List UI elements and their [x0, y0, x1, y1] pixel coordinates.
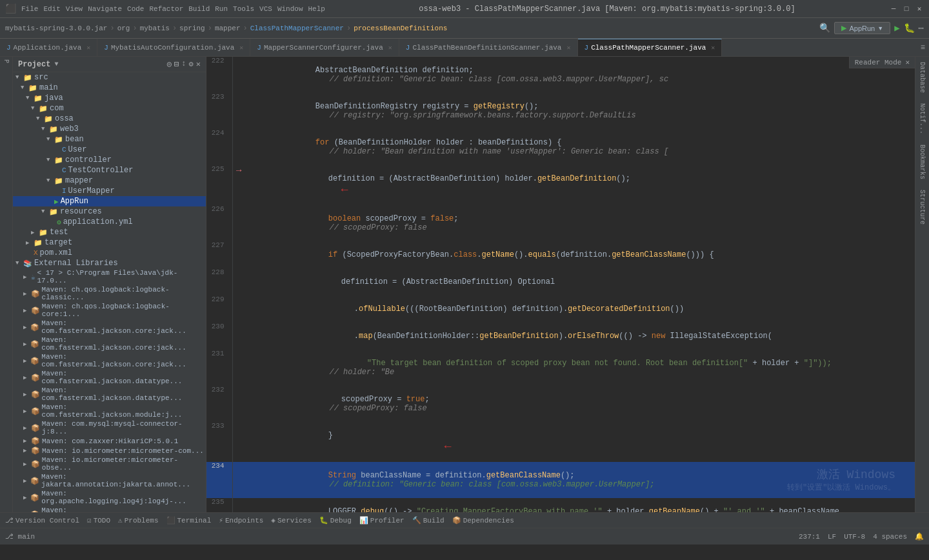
tab-close-classpath-bean[interactable]: ✕: [566, 44, 570, 52]
line-content[interactable]: boolean scopedProxy = false; // scopedPr…: [245, 205, 915, 241]
line-content[interactable]: for (BeanDefinitionHolder holder : beanD…: [245, 129, 915, 165]
menu-file[interactable]: File: [21, 5, 38, 13]
tree-external-libs[interactable]: ▼ 📚 External Libraries: [13, 258, 206, 268]
bottom-terminal[interactable]: ⬛ Terminal: [166, 516, 212, 525]
menu-refactor[interactable]: Refactor: [149, 5, 183, 13]
menu-navigate[interactable]: Navigate: [88, 5, 122, 13]
line-content[interactable]: AbstractBeanDefinition definition; // de…: [245, 57, 915, 93]
notifications-icon[interactable]: Notif...: [917, 101, 927, 137]
status-line-ending[interactable]: LF: [828, 533, 836, 541]
line-content[interactable]: definition = (AbstractBeanDefinition) Op…: [245, 268, 915, 295]
tree-resources[interactable]: ▼ 📁 resources: [13, 206, 206, 217]
menu-run[interactable]: Run: [215, 5, 228, 13]
tree-logback-core[interactable]: ▶ 📦 Maven: ch.qos.logback:logback-core:1…: [13, 302, 206, 319]
tree-test[interactable]: ▶ 📁 test: [13, 227, 206, 237]
tree-jackson-dt2[interactable]: ▶ 📦 Maven: com.fasterxml.jackson.datatyp…: [13, 386, 206, 403]
bottom-services[interactable]: ◈ Services: [271, 516, 311, 525]
tree-log4j1[interactable]: ▶ 📦 Maven: org.apache.logging.log4j:log4…: [13, 489, 206, 506]
line-content[interactable]: } ←: [245, 422, 915, 462]
tab-classpath-mapper-active[interactable]: J ClassPathMapperScanner.java ✕: [578, 39, 723, 56]
tree-web3[interactable]: ▼ 📁 web3: [13, 124, 206, 134]
bottom-build[interactable]: 🔨 Build: [412, 516, 445, 525]
menu-help[interactable]: Help: [308, 5, 325, 13]
tab-close-classpath-mapper[interactable]: ✕: [711, 44, 715, 52]
project-icon[interactable]: P: [3, 59, 10, 63]
code-scroll[interactable]: 222 AbstractBeanDefinition definition; /…: [206, 57, 915, 512]
tab-close-mybatis-auto[interactable]: ✕: [239, 44, 243, 52]
tree-mapper[interactable]: ▼ 📁 mapper: [13, 175, 206, 186]
search-everywhere-icon[interactable]: 🔍: [819, 23, 830, 34]
maximize-button[interactable]: □: [902, 5, 911, 14]
menu-view[interactable]: View: [66, 5, 83, 13]
bottom-endpoints[interactable]: ⚡ Endpoints: [219, 516, 263, 525]
run-config-dropdown-icon[interactable]: ▼: [877, 25, 883, 32]
tree-jackson3[interactable]: ▶ 📦 Maven: com.fasterxml.jackson.core:ja…: [13, 352, 206, 369]
tree-controller[interactable]: ▼ 📁 controller: [13, 155, 206, 165]
tree-jdk[interactable]: ▶ ☕ < 17 > C:\Program Files\Java\jdk-17.…: [13, 268, 206, 285]
debug-button[interactable]: 🐛: [904, 23, 915, 34]
sidebar-settings-icon[interactable]: ⚙: [189, 59, 194, 69]
line-content[interactable]: BeanDefinitionRegistry registry = getReg…: [245, 93, 915, 129]
sidebar-close-icon[interactable]: ✕: [196, 59, 201, 69]
menu-build[interactable]: Build: [188, 5, 210, 13]
close-button[interactable]: ✕: [915, 5, 924, 14]
status-notifications[interactable]: 🔔: [915, 532, 924, 541]
tabs-more-icon[interactable]: ≡: [921, 43, 925, 52]
tree-target[interactable]: ▶ 📁 target: [13, 237, 206, 248]
tree-jackson2[interactable]: ▶ 📦 Maven: com.fasterxml.jackson.core:ja…: [13, 335, 206, 352]
run-config-button[interactable]: ▶ processBeanDefinitions AppRun ▼: [834, 22, 890, 34]
tab-mybatis-auto[interactable]: J MybatisAutoConfiguration.java ✕: [97, 39, 250, 56]
tree-bean[interactable]: ▼ 📁 bean: [13, 134, 206, 145]
menu-edit[interactable]: Edit: [43, 5, 60, 13]
database-icon[interactable]: Database: [917, 59, 927, 95]
tree-app-run[interactable]: ▶ AppRun: [13, 196, 206, 206]
tab-close-mapper-scanner[interactable]: ✕: [388, 44, 392, 52]
tree-test-controller[interactable]: C TestController: [13, 165, 206, 175]
menu-code[interactable]: Code: [127, 5, 144, 13]
tree-log4j2[interactable]: ▶ 📦 Maven: org.apache.logging.log4j:log4…: [13, 506, 206, 512]
tree-mysql[interactable]: ▶ 📦 Maven: com.mysql:mysql-connector-j:8…: [13, 419, 206, 436]
tree-app-yml[interactable]: ⚙ application.yml: [13, 217, 206, 227]
tree-com[interactable]: ▼ 📁 com: [13, 103, 206, 114]
minimize-button[interactable]: ─: [889, 5, 898, 14]
bottom-version-control[interactable]: ⎇ Version Control: [5, 516, 79, 525]
reader-mode-label[interactable]: Reader Mode: [855, 59, 902, 66]
line-content[interactable]: scopedProxy = true; // scopedProxy: fals…: [245, 386, 915, 422]
tree-logback-classic[interactable]: ▶ 📦 Maven: ch.qos.logback:logback-classi…: [13, 285, 206, 302]
structure-icon[interactable]: Structure: [917, 187, 927, 227]
tree-micrometer1[interactable]: ▶ 📦 Maven: io.micrometer:micrometer-com.…: [13, 446, 206, 455]
line-content[interactable]: definition = (AbstractBeanDefinition) ho…: [245, 165, 915, 205]
sidebar-sort-icon[interactable]: ↕: [181, 59, 186, 69]
tree-jackson-module[interactable]: ▶ 📦 Maven: com.fasterxml.jackson.module:…: [13, 403, 206, 419]
breadcrumb-class[interactable]: ClassPathMapperScanner: [250, 25, 344, 32]
sidebar-locate-icon[interactable]: ◎: [167, 59, 172, 69]
menu-tools[interactable]: Tools: [233, 5, 254, 13]
bottom-dependencies[interactable]: 📦 Dependencies: [452, 516, 514, 525]
tab-application[interactable]: J Application.java ✕: [0, 39, 97, 56]
line-content[interactable]: "The target bean definition of scoped pr…: [245, 350, 915, 386]
breadcrumb-method[interactable]: processBeanDefinitions: [354, 25, 447, 32]
toolbar-more-icon[interactable]: ⋯: [919, 23, 924, 34]
sidebar-collapse-icon[interactable]: ⊟: [174, 59, 179, 69]
tree-jackson1[interactable]: ▶ 📦 Maven: com.fasterxml.jackson.core:ja…: [13, 319, 206, 335]
tree-hikari[interactable]: ▶ 📦 Maven: com.zaxxer:HikariCP:5.0.1: [13, 436, 206, 446]
run-button[interactable]: ▶: [894, 23, 899, 34]
bottom-debug[interactable]: 🐛 Debug: [319, 516, 352, 525]
menu-vcs[interactable]: VCS: [259, 5, 272, 13]
bottom-problems[interactable]: ⚠ Problems: [118, 516, 158, 525]
tree-pom[interactable]: X pom.xml: [13, 248, 206, 258]
status-encoding[interactable]: UTF-8: [844, 533, 865, 541]
tree-ossa[interactable]: ▼ 📁 ossa: [13, 114, 206, 124]
bookmarks-icon[interactable]: Bookmarks: [917, 142, 927, 182]
bottom-profiler[interactable]: 📊 Profiler: [359, 516, 405, 525]
line-content[interactable]: LOGGER.debug(() -> "Creating MapperFacto…: [245, 498, 915, 512]
tab-close-application[interactable]: ✕: [86, 44, 90, 52]
tab-mapper-scanner-configurer[interactable]: J MapperScannerConfigurer.java ✕: [250, 39, 399, 56]
line-content[interactable]: if (ScopedProxyFactoryBean.class.getName…: [245, 241, 915, 268]
menu-window[interactable]: Window: [277, 5, 303, 13]
tree-jakarta[interactable]: ▶ 📦 Maven: jakarta.annotation:jakarta.an…: [13, 472, 206, 489]
tree-java[interactable]: ▼ 📁 java: [13, 93, 206, 103]
tree-jackson-dt1[interactable]: ▶ 📦 Maven: com.fasterxml.jackson.datatyp…: [13, 369, 206, 386]
line-content[interactable]: .map(BeanDefinitionHolder::getBeanDefini…: [245, 323, 915, 350]
tree-main[interactable]: ▼ 📁 main: [13, 83, 206, 93]
